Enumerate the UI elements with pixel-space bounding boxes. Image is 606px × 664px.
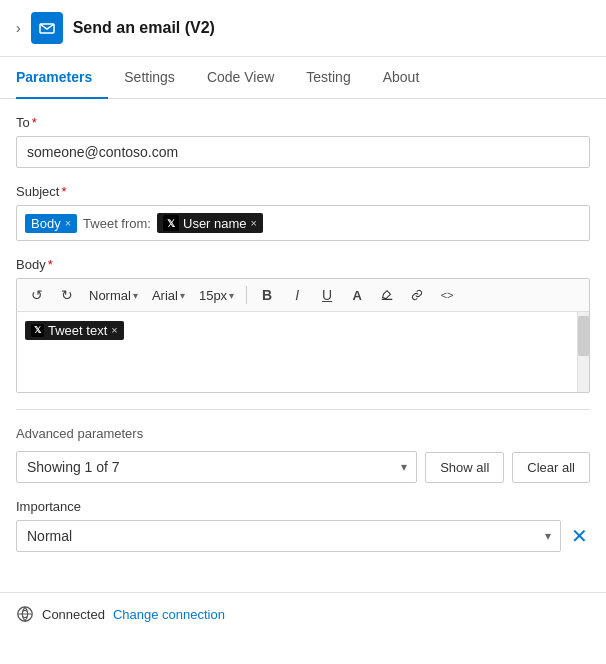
importance-label: Importance	[16, 499, 590, 514]
subject-tag-username[interactable]: 𝕏 User name ×	[157, 213, 263, 233]
bold-button[interactable]: B	[255, 283, 279, 307]
importance-field-group: Importance Normal High Low ▾ ✕	[16, 499, 590, 552]
body-tag-tweet[interactable]: 𝕏 Tweet text ×	[25, 321, 124, 340]
tag-close-body[interactable]: ×	[65, 217, 71, 229]
connected-icon	[16, 605, 34, 623]
format-label: Normal	[89, 288, 131, 303]
format-chevron: ▾	[133, 290, 138, 301]
change-connection-link[interactable]: Change connection	[113, 607, 225, 622]
size-chevron: ▾	[229, 290, 234, 301]
redo-button[interactable]: ↻	[55, 283, 79, 307]
font-chevron: ▾	[180, 290, 185, 301]
form-content: To* Subject* Body × Tweet from: 𝕏 User n…	[0, 99, 606, 584]
highlight-button[interactable]	[375, 283, 399, 307]
footer: Connected Change connection	[0, 592, 606, 635]
subject-tag-body[interactable]: Body ×	[25, 214, 77, 233]
clear-all-button[interactable]: Clear all	[512, 452, 590, 483]
tag-text-username: User name	[183, 216, 247, 231]
required-indicator-body: *	[48, 257, 53, 272]
tweet-tag-close[interactable]: ×	[111, 324, 117, 336]
tab-settings[interactable]: Settings	[108, 57, 191, 99]
action-icon	[31, 12, 63, 44]
editor-body[interactable]: 𝕏 Tweet text ×	[17, 312, 589, 392]
tab-about[interactable]: About	[367, 57, 436, 99]
show-all-button[interactable]: Show all	[425, 452, 504, 483]
to-label: To*	[16, 115, 590, 130]
editor-toolbar: ↺ ↻ Normal ▾ Arial ▾ 15px ▾ B I U A	[17, 279, 589, 312]
twitter-x-icon: 𝕏	[163, 215, 179, 231]
font-label: Arial	[152, 288, 178, 303]
page-title: Send an email (V2)	[73, 19, 215, 37]
tab-parameters[interactable]: Parameters	[16, 57, 108, 99]
tab-code-view[interactable]: Code View	[191, 57, 290, 99]
font-color-button[interactable]: A	[345, 283, 369, 307]
tab-testing[interactable]: Testing	[290, 57, 366, 99]
connected-status: Connected	[42, 607, 105, 622]
clear-importance-button[interactable]: ✕	[569, 522, 590, 550]
format-dropdown[interactable]: Normal ▾	[85, 286, 142, 305]
underline-button[interactable]: U	[315, 283, 339, 307]
tabs-bar: Parameters Settings Code View Testing Ab…	[0, 57, 606, 99]
advanced-controls: Showing 1 of 7 ▾ Show all Clear all	[16, 451, 590, 483]
importance-select[interactable]: Normal High Low	[16, 520, 561, 552]
size-label: 15px	[199, 288, 227, 303]
font-dropdown[interactable]: Arial ▾	[148, 286, 189, 305]
importance-row: Normal High Low ▾ ✕	[16, 520, 590, 552]
tweet-tag-text: Tweet text	[48, 323, 107, 338]
link-button[interactable]	[405, 283, 429, 307]
back-chevron[interactable]: ›	[16, 20, 21, 36]
tag-close-username[interactable]: ×	[251, 217, 257, 229]
size-dropdown[interactable]: 15px ▾	[195, 286, 238, 305]
advanced-label: Advanced parameters	[16, 426, 590, 441]
code-button[interactable]: <>	[435, 283, 459, 307]
tag-text: Body	[31, 216, 61, 231]
section-divider	[16, 409, 590, 410]
advanced-parameters-section: Advanced parameters Showing 1 of 7 ▾ Sho…	[16, 426, 590, 483]
rich-editor: ↺ ↻ Normal ▾ Arial ▾ 15px ▾ B I U A	[16, 278, 590, 393]
scrollbar-thumb	[578, 316, 589, 356]
to-field-group: To*	[16, 115, 590, 168]
editor-scrollbar[interactable]	[577, 312, 589, 392]
subject-label: Subject*	[16, 184, 590, 199]
showing-select-wrapper: Showing 1 of 7 ▾	[16, 451, 417, 483]
body-label: Body*	[16, 257, 590, 272]
header: › Send an email (V2)	[0, 0, 606, 57]
required-indicator-subject: *	[61, 184, 66, 199]
body-field-group: Body* ↺ ↻ Normal ▾ Arial ▾ 15px ▾	[16, 257, 590, 393]
subject-field-group: Subject* Body × Tweet from: 𝕏 User name …	[16, 184, 590, 241]
required-indicator: *	[32, 115, 37, 130]
to-input[interactable]	[16, 136, 590, 168]
tweet-x-icon: 𝕏	[31, 324, 44, 337]
undo-button[interactable]: ↺	[25, 283, 49, 307]
italic-button[interactable]: I	[285, 283, 309, 307]
importance-select-wrapper: Normal High Low ▾	[16, 520, 561, 552]
subject-separator: Tweet from:	[81, 216, 153, 231]
subject-tag-input[interactable]: Body × Tweet from: 𝕏 User name ×	[16, 205, 590, 241]
showing-select[interactable]: Showing 1 of 7	[16, 451, 417, 483]
toolbar-separator-1	[246, 286, 247, 304]
